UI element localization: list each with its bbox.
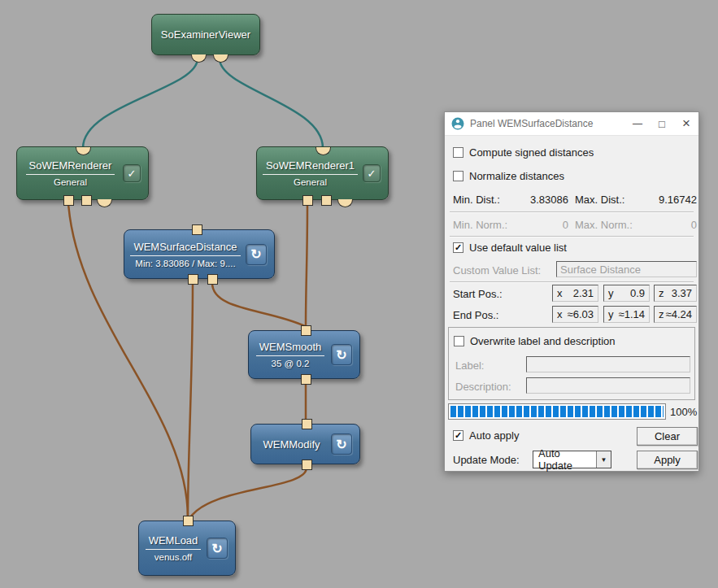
wem-input-connector[interactable]	[321, 195, 332, 206]
axis-value: ≈4.24	[666, 308, 692, 320]
node-wemsmooth[interactable]: WEMSmooth 35 @ 0.2 ↻	[248, 330, 360, 379]
maximize-icon: □	[659, 118, 665, 130]
close-icon: ×	[682, 115, 690, 132]
check-icon: ✓	[455, 430, 462, 441]
custom-value-input[interactable]: Surface Distance	[556, 261, 697, 277]
start-pos-y-input[interactable]: y 0.9	[603, 285, 650, 302]
use-default-checkbox[interactable]: ✓	[453, 242, 463, 253]
wem-output-connector[interactable]	[183, 516, 194, 526]
axis-label: z	[659, 287, 664, 299]
update-button[interactable]: ↻	[207, 538, 228, 559]
node-title: WEMSurfaceDistance	[130, 241, 240, 256]
check-icon: ✓	[128, 168, 137, 180]
description-label: Description:	[455, 381, 511, 393]
node-subtitle: Min: 3.83086 / Max: 9....	[135, 259, 235, 268]
overwrite-checkbox[interactable]	[454, 336, 464, 346]
axis-label: x	[557, 287, 563, 299]
close-button[interactable]: ×	[674, 112, 698, 135]
update-mode-dropdown[interactable]: Auto Update ▼	[533, 451, 611, 468]
min-norm-label: Min. Norm.:	[453, 219, 507, 231]
auto-apply-label: Auto apply	[469, 429, 519, 442]
wem-input-connector[interactable]	[302, 460, 312, 470]
panel-window: Panel WEMSurfaceDistance — □ × Compute s…	[444, 111, 699, 472]
end-pos-x-input[interactable]: x ≈6.03	[552, 306, 598, 323]
check-icon: ✓	[368, 168, 376, 180]
auto-apply-checkbox[interactable]: ✓	[453, 430, 463, 441]
edge-sowemrenderer-to-viewer[interactable]	[83, 59, 198, 148]
overwrite-checkbox-row[interactable]: Overwrite label and description	[454, 335, 615, 347]
update-button[interactable]: ↻	[246, 244, 267, 265]
label-label: Label:	[455, 359, 484, 372]
axis-label: x	[557, 308, 563, 320]
auto-apply-checkbox-row[interactable]: ✓ Auto apply	[453, 429, 519, 442]
apply-button-label: Apply	[654, 454, 681, 466]
wem-output-connector[interactable]	[302, 419, 312, 429]
panel-title: Panel WEMSurfaceDistance	[470, 118, 625, 129]
node-enabled-checkbox[interactable]: ✓	[363, 164, 381, 182]
maximize-button[interactable]: □	[650, 112, 674, 135]
node-wemload[interactable]: WEMLoad venus.off ↻	[138, 520, 236, 576]
progress-bar	[448, 403, 666, 420]
overwrite-label: Overwrite label and description	[470, 335, 615, 347]
node-title: WEMLoad	[146, 534, 202, 550]
node-wemmodify[interactable]: WEMModify ↻	[250, 424, 360, 464]
normalize-checkbox[interactable]	[453, 171, 463, 181]
panel-titlebar[interactable]: Panel WEMSurfaceDistance — □ ×	[445, 112, 698, 136]
compute-signed-label: Compute signed distances	[469, 146, 594, 159]
node-enabled-checkbox[interactable]: ✓	[123, 164, 141, 182]
node-title: SoWEMRenderer	[26, 159, 115, 175]
end-pos-y-input[interactable]: y ≈1.14	[603, 306, 650, 323]
compute-signed-checkbox[interactable]	[453, 147, 463, 158]
node-wemsurfacedistance[interactable]: WEMSurfaceDistance Min: 3.83086 / Max: 9…	[124, 229, 275, 279]
update-mode-value: Auto Update	[533, 447, 596, 472]
wem-output-connector[interactable]	[301, 325, 311, 336]
start-pos-z-input[interactable]: z 3.37	[654, 285, 697, 302]
update-button[interactable]: ↻	[331, 344, 352, 365]
node-title: WEMSmooth	[256, 341, 325, 356]
max-norm-value: 0	[638, 219, 697, 231]
label-input[interactable]	[526, 356, 690, 372]
wem-input-connector[interactable]	[302, 195, 313, 206]
minimize-button[interactable]: —	[625, 112, 650, 135]
edge-wemsmooth-to-sowemrenderer1[interactable]	[306, 203, 307, 326]
normalize-checkbox-row[interactable]: Normalize distances	[453, 170, 564, 182]
axis-value: ≈1.14	[619, 308, 645, 320]
node-soexaminerviewer[interactable]: SoExaminerViewer	[151, 14, 260, 55]
wem-output-connector[interactable]	[192, 224, 202, 235]
normalize-label: Normalize distances	[469, 170, 564, 182]
end-pos-z-input[interactable]: z ≈4.24	[654, 306, 697, 323]
wem-input-connector[interactable]	[207, 274, 218, 285]
node-sowemrenderer[interactable]: SoWEMRenderer General ✓	[16, 146, 149, 200]
minimize-icon: —	[633, 118, 642, 129]
axis-value: 0.9	[630, 287, 645, 299]
clear-button[interactable]: Clear	[637, 427, 698, 446]
edge-wemload-to-wemmodify[interactable]	[189, 468, 307, 520]
separator	[450, 236, 694, 237]
max-norm-label: Max. Norm.:	[575, 219, 633, 231]
update-mode-label: Update Mode:	[453, 454, 520, 466]
description-input[interactable]	[526, 377, 690, 394]
start-pos-x-input[interactable]: x 2.31	[552, 285, 598, 302]
wem-input-connector[interactable]	[81, 195, 92, 206]
end-pos-label: End Pos.:	[453, 309, 498, 321]
wem-input-connector[interactable]	[63, 195, 74, 206]
clear-button-label: Clear	[655, 430, 680, 442]
apply-button[interactable]: Apply	[637, 451, 698, 469]
app-logo-icon	[451, 117, 464, 130]
use-default-checkbox-row[interactable]: ✓ Use default value list	[453, 242, 567, 254]
node-subtitle: General	[54, 177, 87, 187]
node-title: SoExaminerViewer	[161, 28, 250, 41]
progress-bar-fill	[450, 406, 664, 417]
wem-input-connector[interactable]	[188, 274, 198, 285]
edge-wemsmooth-to-wemsurfacedistance[interactable]	[212, 283, 305, 326]
edge-wemload-to-wemsurfacedistance[interactable]	[188, 283, 193, 518]
compute-signed-checkbox-row[interactable]: Compute signed distances	[453, 146, 594, 159]
node-sowemrenderer1[interactable]: SoWEMRenderer1 General ✓	[256, 146, 389, 200]
separator	[450, 211, 694, 213]
wem-input-connector[interactable]	[301, 374, 311, 385]
edge-sowemrenderer1-to-viewer[interactable]	[220, 59, 323, 148]
axis-value: 3.37	[672, 287, 692, 299]
dropdown-arrow-button[interactable]: ▼	[596, 451, 611, 468]
update-button[interactable]: ↻	[331, 433, 352, 455]
node-title: WEMModify	[263, 438, 320, 451]
